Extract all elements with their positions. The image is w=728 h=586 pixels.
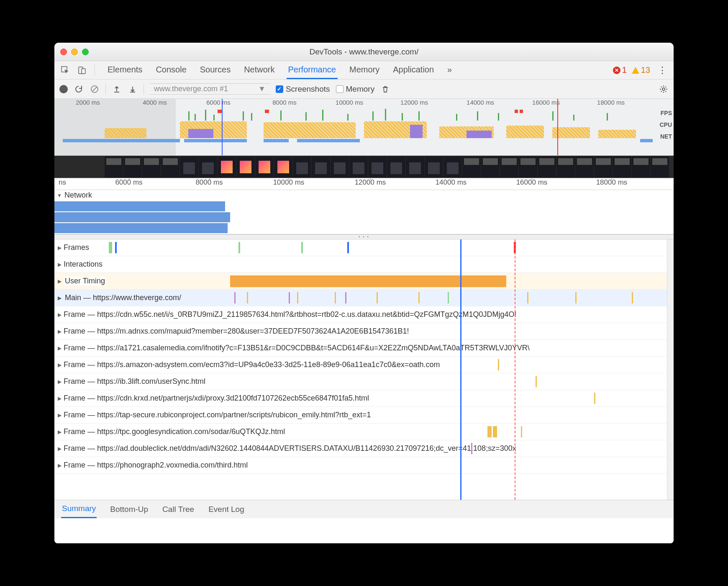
tab-network[interactable]: Network	[242, 61, 276, 79]
overview-pane[interactable]: 2000 ms 4000 ms 6000 ms 8000 ms 10000 ms…	[54, 99, 674, 156]
trash-icon[interactable]	[380, 84, 390, 94]
tab-memory[interactable]: Memory	[348, 61, 381, 79]
upload-icon[interactable]	[112, 84, 122, 94]
screenshot-thumb[interactable]	[651, 157, 669, 177]
chevron-right-icon: ▶	[58, 295, 64, 301]
tab-event-log[interactable]: Event Log	[208, 501, 245, 518]
screenshot-thumb[interactable]	[500, 157, 518, 177]
frame-row[interactable]: ▶Frame — https://cdn.krxd.net/partnerjs/…	[54, 390, 674, 407]
warning-icon	[632, 67, 639, 74]
frame-row[interactable]: ▶Frame — https://s.amazon-adsystem.com/e…	[54, 357, 674, 373]
playhead-cursor[interactable]	[460, 239, 461, 500]
screenshot-thumb[interactable]	[632, 157, 650, 177]
kebab-icon[interactable]: ⋮	[655, 65, 669, 76]
screenshot-thumb[interactable]	[123, 157, 142, 177]
inspect-icon[interactable]	[59, 64, 72, 77]
chevron-right-icon: ▶	[58, 245, 64, 251]
frame-label: Frame — https://phonograph2.voxmedia.com…	[64, 461, 248, 470]
screenshot-thumb[interactable]	[161, 157, 179, 177]
frame-row[interactable]: ▶Frame — https://cdn.w55c.net/i/s_0RB7U9…	[54, 306, 674, 323]
frame-row[interactable]: ▶Frame — https://phonograph2.voxmedia.co…	[54, 457, 674, 474]
screenshot-thumb[interactable]	[575, 157, 594, 177]
warnings-badge[interactable]: 13	[632, 65, 650, 75]
close-icon[interactable]	[60, 49, 67, 55]
frame-row[interactable]: ▶Frame — https://a1721.casalemedia.com/i…	[54, 340, 674, 357]
screenshot-thumb[interactable]	[556, 157, 575, 177]
errors-badge[interactable]: ✕ 1	[613, 65, 627, 75]
screenshot-thumb[interactable]	[255, 157, 274, 177]
scrollbar[interactable]	[667, 239, 674, 500]
screenshot-thumb[interactable]	[142, 157, 161, 177]
screenshot-thumb[interactable]	[443, 157, 462, 177]
screenshot-thumb[interactable]	[274, 157, 292, 177]
screenshot-thumb[interactable]	[293, 157, 311, 177]
screenshot-thumb[interactable]	[312, 157, 330, 177]
screenshot-thumb[interactable]	[462, 157, 481, 177]
frame-row[interactable]: ▶Frame — https://tpc.googlesyndication.c…	[54, 424, 674, 440]
record-button[interactable]	[59, 85, 68, 93]
memory-checkbox[interactable]: Memory	[336, 85, 375, 94]
error-icon: ✕	[613, 67, 620, 74]
screenshot-thumb[interactable]	[199, 157, 217, 177]
screenshot-thumb[interactable]	[105, 157, 123, 177]
ruler-tick: 14000 ms	[467, 99, 494, 106]
tab-overflow[interactable]: »	[446, 61, 454, 79]
cpu-label: CPU	[659, 119, 672, 131]
screenshot-thumb[interactable]	[481, 157, 500, 177]
frames-row[interactable]: ▶ Frames	[54, 239, 674, 256]
reload-icon[interactable]	[74, 84, 84, 94]
frame-row[interactable]: ▶Frame — https://tap-secure.rubiconproje…	[54, 407, 674, 424]
selection-start-handle[interactable]	[222, 99, 223, 155]
screenshot-thumb[interactable]	[406, 157, 424, 177]
clear-icon[interactable]	[90, 84, 100, 94]
tab-console[interactable]: Console	[154, 61, 188, 79]
recording-select[interactable]: www.theverge.com #1 ▼	[150, 83, 270, 95]
maximize-icon[interactable]	[82, 49, 89, 55]
filmstrip[interactable]	[54, 156, 674, 178]
screenshot-thumb[interactable]	[594, 157, 613, 177]
screenshot-thumb[interactable]	[180, 157, 198, 177]
ruler-tick: 8000 ms	[195, 178, 223, 187]
download-icon[interactable]	[128, 84, 138, 94]
screenshot-thumb[interactable]	[236, 157, 255, 177]
tab-application[interactable]: Application	[391, 61, 436, 79]
screenshot-thumb[interactable]	[218, 157, 236, 177]
tab-elements[interactable]: Elements	[106, 61, 144, 79]
frame-row[interactable]: ▶Frame — https://ib.3lift.com/userSync.h…	[54, 373, 674, 390]
minimize-icon[interactable]	[71, 49, 78, 55]
screenshot-thumb[interactable]	[425, 157, 443, 177]
device-toggle-icon[interactable]	[75, 64, 89, 77]
tab-summary[interactable]: Summary	[61, 500, 97, 518]
screenshot-thumb[interactable]	[519, 157, 537, 177]
frame-row[interactable]: ▶Frame — https://ad.doubleclick.net/ddm/…	[54, 440, 674, 457]
tab-sources[interactable]: Sources	[198, 61, 232, 79]
tab-performance[interactable]: Performance	[287, 61, 338, 79]
frame-row[interactable]: ▶Frame — https://m.adnxs.com/mapuid?memb…	[54, 323, 674, 340]
screenshot-thumb[interactable]	[368, 157, 387, 177]
marker-cursor	[515, 239, 515, 500]
window-title: DevTools - www.theverge.com/	[54, 47, 674, 57]
chevron-right-icon: ▶	[58, 345, 64, 351]
selection-end-handle[interactable]	[557, 99, 558, 155]
ruler-tick: 2000 ms	[76, 99, 100, 106]
ruler-tick: 14000 ms	[436, 178, 467, 187]
screenshot-thumb[interactable]	[349, 157, 368, 177]
screenshot-thumb[interactable]	[538, 157, 556, 177]
screenshot-thumb[interactable]	[387, 157, 405, 177]
screenshots-checkbox[interactable]: ✓ Screenshots	[276, 85, 330, 94]
user-timing-row[interactable]: ▶ User Timing	[54, 273, 674, 290]
main-row[interactable]: ▶ Main — https://www.theverge.com/	[54, 290, 674, 306]
network-bars[interactable]	[54, 200, 674, 234]
panel-tabs: Elements Console Sources Network Perform…	[106, 61, 454, 79]
splitter[interactable]: • • •	[54, 234, 674, 239]
flame-area[interactable]: ▶ Frames ▶ Interactions ▶ User Timing ▶ …	[54, 239, 674, 500]
main-ruler[interactable]: ns 6000 ms 8000 ms 10000 ms 12000 ms 140…	[54, 178, 674, 190]
network-header[interactable]: ▼ Network	[54, 190, 674, 200]
overview-ruler: 2000 ms 4000 ms 6000 ms 8000 ms 10000 ms…	[54, 99, 674, 107]
screenshot-thumb[interactable]	[331, 157, 349, 177]
screenshot-thumb[interactable]	[613, 157, 631, 177]
gear-icon[interactable]	[659, 84, 669, 94]
tab-call-tree[interactable]: Call Tree	[161, 501, 195, 518]
tab-bottom-up[interactable]: Bottom-Up	[109, 501, 149, 518]
interactions-row[interactable]: ▶ Interactions	[54, 256, 674, 273]
